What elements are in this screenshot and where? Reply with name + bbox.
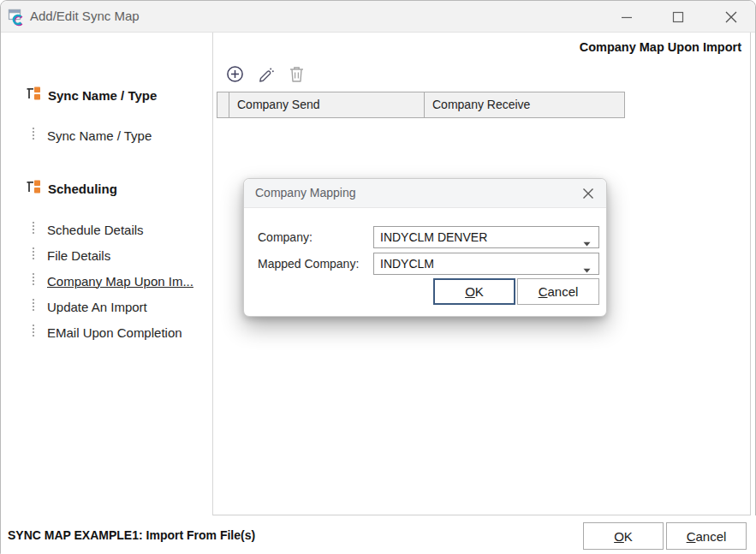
sidebar-item-label: File Details (47, 248, 110, 263)
app-icon (8, 8, 27, 27)
grip-dots-icon (32, 221, 35, 238)
window-title: Add/Edit Sync Map (30, 1, 140, 32)
company-label: Company: (258, 230, 313, 244)
sidebar-item-schedule-details[interactable]: Schedule Details (32, 221, 144, 238)
delete-row-button[interactable] (286, 63, 307, 84)
sidebar-item-label: EMail Upon Completion (47, 325, 182, 340)
company-map-grid-header: Company Send Company Receive (217, 92, 625, 118)
window-close-button[interactable] (717, 3, 746, 30)
sidebar-item-email-upon-completion[interactable]: EMail Upon Completion (32, 324, 182, 341)
sidebar-section-label: Scheduling (48, 182, 117, 196)
company-dropdown-value: INDYCLM DENVER (380, 230, 487, 244)
add-edit-sync-map-window: Add/Edit Sync Map Sync Name / Type (0, 0, 756, 554)
column-header-company-send[interactable]: Company Send (229, 92, 425, 117)
footer-ok-button[interactable]: OK (583, 522, 664, 550)
mapped-company-label: Mapped Company: (258, 257, 359, 271)
footer-bar: SYNC MAP EXAMPLE1: Import From File(s) O… (1, 515, 756, 554)
sidebar-section-scheduling[interactable]: Scheduling (27, 180, 117, 198)
chevron-down-icon (583, 262, 591, 276)
footer-ok-label: OK (614, 529, 633, 544)
sidebar-item-label: Company Map Upon Im... (47, 274, 193, 289)
dialog-ok-button[interactable]: OK (433, 278, 515, 305)
tree-node-icon (27, 86, 41, 104)
dialog-titlebar: Company Mapping (244, 179, 606, 208)
titlebar: Add/Edit Sync Map (1, 1, 755, 33)
sidebar-item-sync-name-type[interactable]: Sync Name / Type (32, 127, 152, 144)
row-selector-header[interactable] (217, 92, 229, 117)
footer-cancel-button[interactable]: Cancel (666, 522, 747, 550)
maximize-button[interactable] (664, 3, 693, 30)
sidebar-item-file-details[interactable]: File Details (32, 247, 110, 264)
sidebar-item-update-an-import[interactable]: Update An Import (32, 298, 147, 315)
sidebar-nav: Sync Name / Type Sync Name / Type Schedu… (1, 33, 212, 515)
grip-dots-icon (32, 247, 35, 264)
footer-cancel-label: Cancel (687, 529, 727, 544)
chevron-down-icon (583, 235, 591, 249)
dialog-ok-label: OK (465, 284, 484, 299)
grid-toolbar (224, 63, 307, 84)
add-row-button[interactable] (224, 63, 245, 84)
grip-dots-icon (32, 324, 35, 341)
dialog-title: Company Mapping (255, 179, 356, 207)
sync-map-status-text: SYNC MAP EXAMPLE1: Import From File(s) (8, 528, 255, 542)
mapped-company-dropdown[interactable]: INDYCLM (373, 253, 599, 275)
sidebar-section-sync-name-type[interactable]: Sync Name / Type (27, 86, 157, 104)
panel-title: Company Map Upon Import (580, 40, 741, 54)
company-dropdown[interactable]: INDYCLM DENVER (373, 226, 599, 248)
sidebar-item-label: Update An Import (47, 300, 147, 314)
minimize-button[interactable] (612, 3, 641, 30)
mapped-company-dropdown-value: INDYCLM (380, 257, 434, 271)
grip-dots-icon (32, 272, 35, 289)
dialog-close-icon[interactable] (580, 186, 596, 201)
company-field-row: Company: (258, 226, 313, 248)
sidebar-item-company-map-upon-import[interactable]: Company Map Upon Im... (32, 272, 193, 289)
dialog-cancel-label: Cancel (539, 284, 579, 299)
grip-dots-icon (32, 298, 35, 315)
tree-node-icon (27, 180, 41, 198)
sidebar-item-label: Sync Name / Type (47, 128, 152, 143)
column-header-company-receive[interactable]: Company Receive (425, 92, 624, 117)
mapped-company-field-row: Mapped Company: (258, 253, 359, 275)
grip-dots-icon (32, 127, 35, 144)
edit-row-button[interactable] (255, 63, 276, 84)
company-mapping-dialog: Company Mapping Company: INDYCLM DENVER … (243, 178, 607, 317)
sidebar-item-label: Schedule Details (47, 223, 144, 237)
sidebar-section-label: Sync Name / Type (48, 88, 157, 103)
dialog-cancel-button[interactable]: Cancel (517, 278, 599, 305)
